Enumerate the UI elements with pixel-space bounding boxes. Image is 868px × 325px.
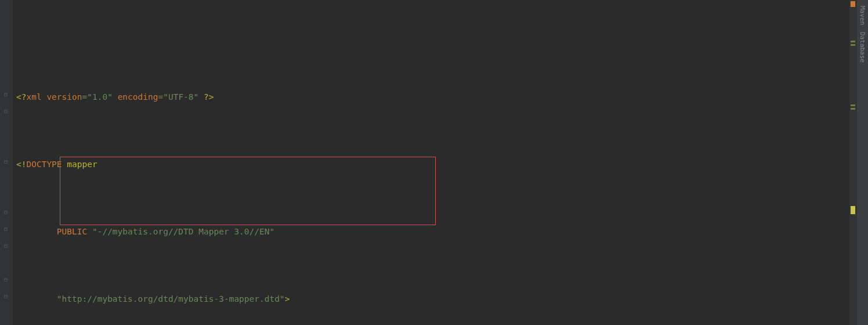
marker[interactable] <box>851 206 855 214</box>
tool-window-stripe: Maven Database <box>856 0 868 325</box>
database-tab[interactable]: Database <box>858 28 867 66</box>
gutter: ⊟ ⊟ ⊟ ⊟ ⊟ ⊟ ⊟ ⊟ <box>0 0 13 325</box>
fold-end-icon[interactable]: ⊟ <box>4 209 8 215</box>
fold-icon[interactable]: ⊟ <box>4 158 8 165</box>
fold-icon[interactable]: ⊟ <box>4 91 8 98</box>
marker[interactable] <box>851 44 855 46</box>
fold-icon[interactable]: ⊟ <box>4 108 8 114</box>
fold-end-icon[interactable]: ⊟ <box>4 293 8 299</box>
error-stripe[interactable] <box>849 0 856 325</box>
code-editor[interactable]: <?xml version="1.0" encoding="UTF-8" ?> … <box>13 0 868 325</box>
fold-end-icon[interactable]: ⊟ <box>4 226 8 232</box>
warning-marker[interactable] <box>851 1 855 7</box>
fold-end-icon[interactable]: ⊟ <box>4 276 8 283</box>
marker[interactable] <box>851 108 855 110</box>
fold-icon[interactable]: ⊟ <box>4 243 8 249</box>
xml-decl-open: <? <box>16 92 26 102</box>
marker[interactable] <box>851 104 855 106</box>
marker[interactable] <box>851 41 855 42</box>
maven-tab[interactable]: Maven <box>858 2 867 28</box>
